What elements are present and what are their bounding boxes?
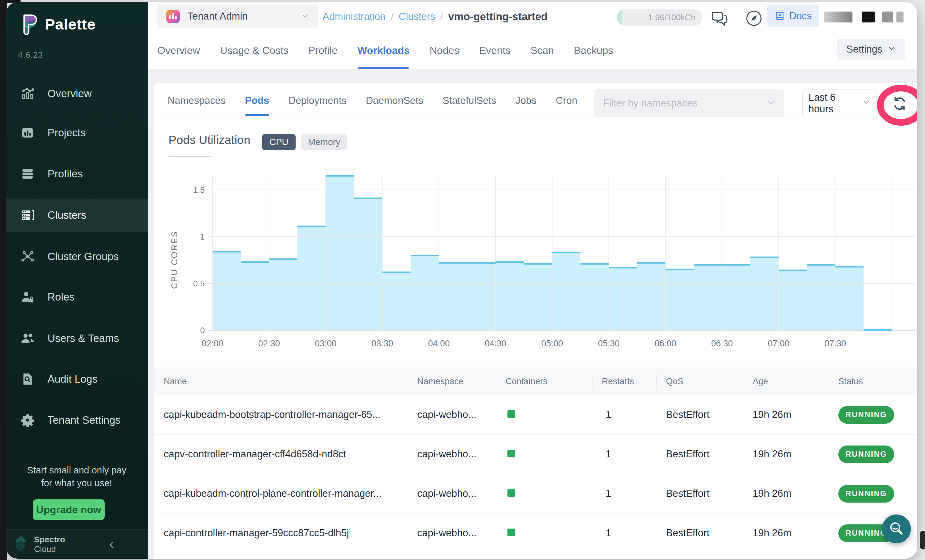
subtab-pods[interactable]: Pods (245, 86, 269, 116)
breadcrumb-link-clusters[interactable]: Clusters (399, 11, 435, 23)
svg-text:07:00: 07:00 (768, 339, 789, 348)
workloads-card: NamespacesPodsDeploymentsDaemonSetsState… (154, 83, 917, 559)
svg-text:0: 0 (200, 326, 205, 335)
subtab-daemonsets[interactable]: DaemonSets (366, 86, 423, 116)
cell-restarts: 1 (602, 488, 666, 499)
profiles-layers-icon (21, 167, 35, 181)
breadcrumb-link-administration[interactable]: Administration (322, 11, 386, 23)
subtab-deployments[interactable]: Deployments (289, 86, 346, 116)
gear-icon (21, 413, 35, 427)
column-header-qos: QoS (666, 377, 753, 386)
cell-age: 19h 26m (753, 448, 838, 460)
cell-name: capv-controller-manager-cff4d658d-nd8ct (154, 448, 417, 460)
sidebar-footer: Spectro Cloud ‹ (6, 529, 148, 559)
sidebar-item-audit-logs[interactable]: Audit Logs (6, 362, 148, 396)
cell-namespace: capi-webho... (417, 488, 506, 499)
tab-overview[interactable]: Overview (157, 37, 200, 69)
tab-scan[interactable]: Scan (530, 37, 554, 69)
subtab-statefulsets[interactable]: StatefulSets (443, 86, 496, 116)
table-row[interactable]: capi-kubeadm-control-plane-controller-ma… (154, 474, 917, 513)
svg-text:03:00: 03:00 (315, 339, 337, 348)
upgrade-now-button[interactable]: Upgrade now (33, 499, 105, 520)
table-row[interactable]: capi-controller-manager-59ccc87cc5-dlh5j… (154, 513, 917, 553)
memory-toggle-button[interactable]: Memory (301, 134, 347, 150)
roles-user-lock-icon (21, 290, 35, 304)
svg-text:03:30: 03:30 (371, 339, 393, 348)
support-chat-widget[interactable] (882, 515, 911, 543)
cell-name: capi-kubeadm-bootstrap-controller-manage… (154, 409, 417, 420)
tab-nodes[interactable]: Nodes (429, 37, 459, 69)
upgrade-promo-text: Start small and only pay for what you us… (6, 464, 148, 489)
redacted-user-info (824, 12, 904, 23)
subtab-namespaces[interactable]: Namespaces (167, 86, 226, 116)
sidebar-item-label: Tenant Settings (48, 414, 121, 426)
chart-title: Pods Utilization (169, 134, 250, 147)
spectro-cloud-logo-icon (13, 536, 30, 552)
cell-containers (506, 527, 602, 539)
sidebar-item-tenant-settings[interactable]: Tenant Settings (6, 404, 148, 437)
table-row[interactable]: capi-kubeadm-bootstrap-controller-manage… (154, 395, 917, 435)
cell-restarts: 1 (602, 527, 666, 539)
pods-utilization-chart: 00.511.502:0002:3003:0003:3004:0004:3005… (154, 167, 917, 367)
column-header-status: Status (838, 377, 917, 386)
chat-bubbles-icon[interactable] (710, 8, 729, 28)
cell-age: 19h 26m (753, 527, 838, 539)
sidebar-item-users-teams[interactable]: Users & Teams (6, 322, 148, 355)
cell-qos: BestEffort (666, 409, 753, 420)
namespace-filter-input[interactable]: Filter by namespaces (594, 89, 784, 117)
svg-text:04:00: 04:00 (428, 339, 450, 348)
cell-containers (506, 488, 602, 499)
cpu-toggle-button[interactable]: CPU (262, 134, 295, 150)
svg-text:02:00: 02:00 (202, 339, 223, 348)
chevron-down-icon (767, 98, 775, 109)
time-range-select[interactable]: Last 6 hours (802, 89, 877, 117)
usage-quota-badge: 1.96/100kCh (617, 9, 703, 26)
chevron-down-icon (862, 98, 871, 109)
column-header-age: Age (753, 377, 838, 386)
sidebar-item-label: Profiles (48, 168, 83, 180)
sidebar-item-clusters[interactable]: Clusters (6, 198, 148, 232)
cell-restarts: 1 (602, 409, 666, 420)
book-icon (774, 11, 785, 21)
cell-name: capi-controller-manager-59ccc87cc5-dlh5j (154, 527, 417, 539)
tab-events[interactable]: Events (479, 37, 511, 69)
cluster-groups-network-icon (21, 249, 35, 264)
table-row[interactable]: capv-controller-manager-cff4d658d-nd8ctc… (154, 435, 917, 474)
compass-icon[interactable] (745, 10, 762, 27)
table-row[interactable]: capi-kubeadm-...capi-webho...1BestEffort… (154, 553, 917, 559)
tab-profile[interactable]: Profile (309, 37, 337, 69)
tenant-scope-selector[interactable]: Tenant Admin (157, 5, 318, 28)
spectro-cloud-label: Spectro Cloud (34, 534, 65, 554)
promo-line-1: Start small and only pay (6, 464, 148, 477)
refresh-button[interactable] (891, 95, 908, 112)
svg-text:07:30: 07:30 (824, 339, 847, 348)
sidebar-collapse-chevron-icon[interactable]: ‹ (109, 534, 114, 553)
tenant-admin-icon (166, 9, 180, 24)
svg-text:1.5: 1.5 (193, 185, 205, 195)
docs-button[interactable]: Docs (767, 5, 819, 27)
subtab-jobs[interactable]: Jobs (515, 86, 536, 116)
svg-text:05:00: 05:00 (541, 339, 563, 348)
settings-button[interactable]: Settings (837, 39, 905, 60)
tab-backups[interactable]: Backups (574, 37, 613, 69)
usage-quota-value: 1.96/100kCh (648, 9, 696, 26)
tab-usage-costs[interactable]: Usage & Costs (220, 37, 288, 69)
subtab-cron[interactable]: Cron (556, 86, 577, 116)
cell-namespace: capi-webho... (417, 527, 506, 539)
cluster-tab-bar: OverviewUsage & CostsProfileWorkloadsNod… (157, 37, 613, 69)
tenant-selector-label: Tenant Admin (187, 11, 248, 22)
sidebar-item-label: Users & Teams (48, 332, 119, 344)
audit-logs-doc-search-icon (21, 372, 35, 386)
sidebar-item-projects[interactable]: Projects (6, 116, 148, 149)
container-status-square (508, 450, 515, 457)
tab-workloads[interactable]: Workloads (357, 37, 410, 69)
sidebar-item-roles[interactable]: Roles (6, 280, 148, 314)
cell-status: RUNNING (838, 406, 917, 424)
chevron-down-icon (887, 44, 896, 55)
cell-qos: BestEffort (666, 488, 753, 499)
sidebar-item-cluster-groups[interactable]: Cluster Groups (6, 240, 148, 273)
footer-brand-line1: Spectro (34, 534, 65, 544)
sidebar-item-overview[interactable]: Overview (6, 77, 148, 110)
sidebar-item-profiles[interactable]: Profiles (6, 157, 148, 191)
cell-name: capi-kubeadm-control-plane-controller-ma… (154, 488, 417, 499)
